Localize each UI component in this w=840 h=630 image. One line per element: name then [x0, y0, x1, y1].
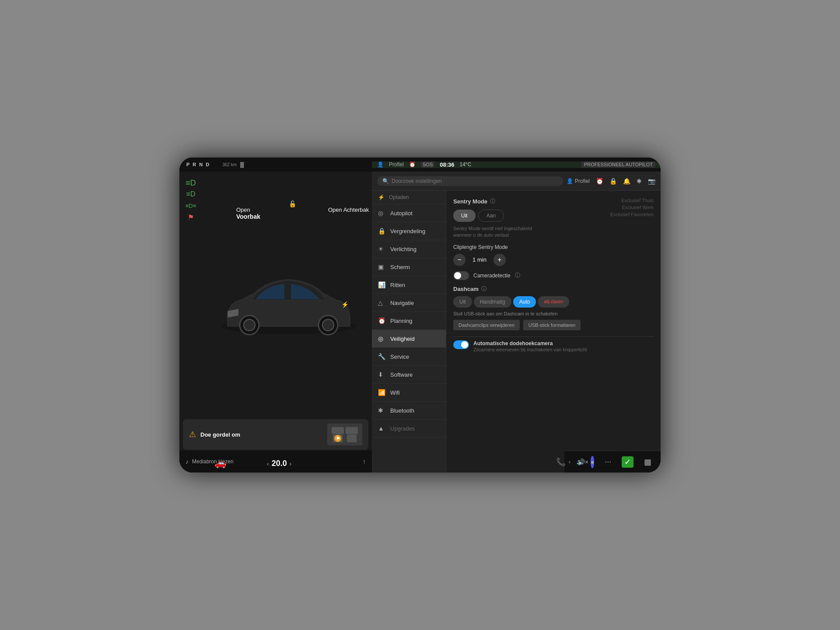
veiligheid-icon: ◎	[378, 335, 386, 342]
svg-rect-9	[347, 434, 357, 442]
header-alarm-icon[interactable]: ⏰	[596, 178, 603, 185]
alarm-icon-top: ⏰	[409, 161, 416, 168]
nav-autopilot-label: Autopilot	[390, 210, 413, 217]
sentry-mode-toggle: Uit Aan	[453, 210, 610, 222]
sentry-info-icon[interactable]: ⓘ	[490, 198, 495, 205]
top-status-bar: P R N D 362 km ▓ 👤 Profiel ⏰ SOS 08:36 1…	[179, 158, 661, 172]
clip-decrease-btn[interactable]: −	[453, 254, 466, 266]
header-camera-icon[interactable]: 📷	[648, 178, 655, 185]
dashcam-toggle-group: Uit Handmatig Auto alij claxen	[453, 296, 654, 308]
sentry-mode-title: Sentry Mode	[453, 198, 487, 205]
gear-indicators: ≡D ≡D ≡D≡ ⚑	[185, 178, 197, 221]
nav-item-verlichting[interactable]: ☀ Verlichting	[372, 240, 446, 258]
phone-btn[interactable]: 📞	[556, 457, 566, 467]
nav-item-wifi[interactable]: 📶 Wifi	[372, 384, 446, 402]
profile-nav-label: Profiel	[575, 178, 590, 184]
open-voorbak-label: Open Voorbak	[236, 206, 260, 220]
open-achterbak-label: Open Achterbak	[328, 206, 369, 213]
nav-navigatie-label: Navigatie	[390, 300, 414, 306]
delete-clips-btn[interactable]: Dashcamclips verwijderen	[453, 320, 520, 330]
nav-item-ritten[interactable]: 📊 Ritten	[372, 276, 446, 294]
nav-item-service[interactable]: 🔧 Service	[372, 348, 446, 366]
volume-right-arrow[interactable]: ›	[592, 459, 593, 465]
software-icon: ⬇	[378, 371, 386, 378]
volume-left-arrow[interactable]: ‹	[569, 459, 570, 465]
sentry-uit-btn[interactable]: Uit	[453, 210, 476, 222]
search-placeholder: Doorzoek instellingen	[392, 178, 442, 184]
seat-svg: ⚑	[329, 425, 360, 444]
format-usb-btn[interactable]: USB-stick formattaren	[523, 320, 581, 330]
sentry-mode-row: Sentry Mode ⓘ Uit Aan Sentry Mode wordt …	[453, 198, 654, 244]
check-btn[interactable]: ✓	[622, 456, 634, 468]
opladen-icon: ⚡	[378, 194, 385, 200]
header-lock-icon[interactable]: 🔒	[609, 178, 617, 185]
wifi-icon: 📶	[378, 389, 386, 396]
sentry-description: Sentry Mode wordt niet ingeschakeld wann…	[453, 225, 541, 239]
clip-length-title: Cliplengte Sentry Mode	[453, 244, 654, 250]
seatbelt-notification: ⚠ Doe gordel om ⚑	[183, 419, 368, 450]
svg-point-2	[244, 319, 255, 331]
main-settings-content: Sentry Mode ⓘ Uit Aan Sentry Mode wordt …	[446, 191, 661, 472]
volume-icon[interactable]: 🔊×	[578, 458, 588, 466]
nav-item-autopilot[interactable]: ◎ Autopilot	[372, 204, 446, 222]
nav-ritten-label: Ritten	[390, 282, 405, 288]
dashcam-usb-info: Sluit USB-stick aan om Dashcam in te sch…	[453, 311, 654, 316]
seatbelt-indicator: ⚑	[185, 213, 197, 221]
gear-d: D	[206, 162, 210, 167]
camera-info-icon[interactable]: ⓘ	[515, 272, 520, 279]
auto-camera-toggle[interactable]	[453, 340, 469, 349]
profile-nav-icon: 👤	[567, 178, 573, 184]
settings-content: ⚡ Opladen ◎ Autopilot 🔒 Vergrendeling ☀ …	[372, 191, 661, 472]
nav-item-planning[interactable]: ⏰ Planning	[372, 312, 446, 330]
temperature-control: ‹ 20.0 ›	[267, 459, 291, 468]
sentry-aan-btn[interactable]: Aan	[478, 210, 504, 222]
sentry-exclusive-options: Exclusief Thuis Exclusief Werk Exclusief…	[610, 198, 654, 217]
nav-item-opladen-partial[interactable]: ⚡ Opladen	[372, 191, 446, 204]
seat-diagram: ⚑	[327, 424, 362, 445]
svg-text:⚑: ⚑	[336, 436, 340, 441]
headlight2-icon: ≡D	[186, 190, 196, 198]
nav-item-vergrendeling[interactable]: 🔒 Vergrendeling	[372, 222, 446, 240]
nav-item-veiligheid[interactable]: ◎ Veiligheid	[372, 330, 446, 348]
headlight-icon: ≡D	[186, 178, 196, 188]
nav-item-scherm[interactable]: ▣ Scherm	[372, 258, 446, 276]
dashcam-uit-btn[interactable]: Uit	[453, 296, 472, 308]
top-bar-right: 👤 Profiel ⏰ SOS 08:36 14°C PROFESSIONEEL…	[372, 161, 661, 168]
dashcam-auto-btn[interactable]: Auto	[513, 296, 536, 308]
warning-icon: ⚠	[189, 430, 196, 439]
more-btn[interactable]: ···	[605, 457, 611, 466]
dashcam-info-icon[interactable]: ⓘ	[481, 285, 486, 293]
profile-label-top: Profiel	[389, 161, 404, 168]
svg-point-4	[322, 319, 334, 331]
profile-icon-top: 👤	[377, 161, 384, 168]
exclusive-werk: Exclusief Werk	[610, 205, 654, 210]
nav-sidebar: ⚡ Opladen ◎ Autopilot 🔒 Vergrendeling ☀ …	[372, 191, 446, 472]
headlight-indicator: ≡D	[185, 178, 197, 187]
car-mode-icon[interactable]: 🚗	[214, 458, 226, 472]
clip-increase-btn[interactable]: +	[494, 254, 506, 266]
nav-item-bluetooth[interactable]: ✱ Bluetooth	[372, 402, 446, 420]
header-bluetooth-icon[interactable]: ✱	[637, 178, 642, 185]
nav-verlichting-label: Verlichting	[390, 246, 416, 252]
nav-item-navigatie[interactable]: △ Navigatie	[372, 294, 446, 312]
taskbar: ‹ 🔊× › 📞 ♪ ● ··· ✓ ▦ ☰	[564, 451, 661, 472]
car-svg: ⚡	[214, 259, 363, 346]
gear-n: N	[199, 162, 203, 167]
temp-decrease-btn[interactable]: ‹	[267, 460, 269, 467]
dashcam-claxon-btn[interactable]: alij claxen	[538, 296, 569, 308]
hazard-indicator: ≡D≡	[185, 201, 197, 210]
settings-panel: 🔍 Doorzoek instellingen 👤 Profiel ⏰ 🔒 🔔 …	[372, 172, 661, 472]
nav-item-upgrades[interactable]: ▲ Upgrades	[372, 420, 446, 438]
camera-detection-toggle[interactable]	[453, 271, 469, 280]
grid-btn[interactable]: ▦	[644, 457, 651, 467]
gear-selector: P R N D	[186, 162, 210, 167]
temp-increase-btn[interactable]: ›	[290, 460, 292, 467]
nav-wifi-label: Wifi	[390, 389, 400, 396]
car-lock-icon: 🔓	[289, 200, 296, 207]
nav-item-software[interactable]: ⬇ Software	[372, 366, 446, 384]
header-bell-icon[interactable]: 🔔	[623, 178, 630, 185]
dashcam-title: Dashcam	[453, 286, 479, 292]
dashcam-handmatig-btn[interactable]: Handmatig	[474, 296, 511, 308]
search-box[interactable]: 🔍 Doorzoek instellingen	[377, 176, 563, 186]
profile-nav-btn[interactable]: 👤 Profiel	[567, 178, 590, 184]
